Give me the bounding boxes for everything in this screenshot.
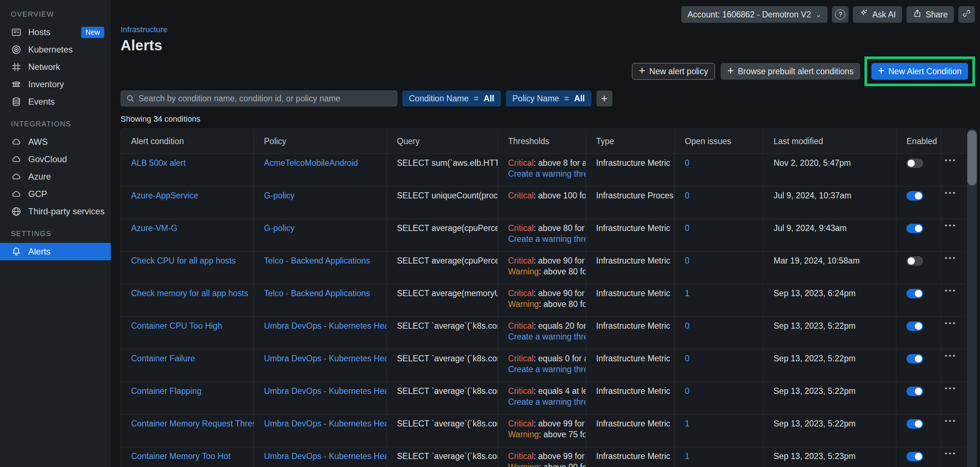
create-warning-threshold-link[interactable]: Create a warning threshol: [508, 234, 585, 244]
new-alert-condition-button[interactable]: + New Alert Condition: [871, 63, 968, 79]
row-actions-button[interactable]: ···: [945, 154, 956, 166]
policy-link[interactable]: Umbra DevOps - Kubernetes Health: [264, 354, 387, 363]
table-row: Check CPU for all app hosts Telco - Back…: [121, 251, 966, 284]
row-actions-button[interactable]: ···: [945, 448, 956, 459]
enabled-toggle[interactable]: [907, 419, 923, 429]
enabled-toggle[interactable]: [907, 224, 923, 233]
create-warning-threshold-link[interactable]: Create a warning threshol: [508, 365, 585, 374]
new-alert-policy-button[interactable]: + New alert policy: [632, 63, 715, 79]
policy-link[interactable]: Umbra DevOps - Kubernetes Health: [264, 451, 387, 461]
open-issues-link[interactable]: 0: [685, 386, 690, 396]
policy-link[interactable]: AcmeTelcoMobileAndroid: [264, 158, 358, 168]
chevron-down-icon: ⌄: [816, 10, 822, 19]
open-issues-link[interactable]: 1: [685, 289, 690, 298]
row-actions-button[interactable]: ···: [945, 382, 956, 394]
sidebar-item-network[interactable]: Network: [0, 58, 111, 76]
sidebar-item-events[interactable]: Events: [0, 93, 111, 110]
thresholds-cell: Critical: above 90 for at le Warning: ab…: [498, 284, 585, 316]
search-input[interactable]: [138, 94, 392, 103]
table-row: ALB 500x alert AcmeTelcoMobileAndroid SE…: [121, 154, 966, 186]
condition-name-link[interactable]: ALB 500x alert: [131, 158, 186, 168]
condition-name-link[interactable]: Check memory for all app hosts: [131, 289, 248, 298]
sidebar-item-gcp[interactable]: GCP: [0, 185, 111, 203]
policy-link[interactable]: G-policy: [264, 223, 294, 233]
row-actions-button[interactable]: ···: [945, 284, 956, 297]
policy-link[interactable]: Umbra DevOps - Kubernetes Health: [264, 386, 387, 396]
policy-link[interactable]: Telco - Backend Applications: [264, 289, 370, 298]
policy-link[interactable]: Umbra DevOps - Kubernetes Health: [264, 419, 387, 428]
sidebar-item-third-party-services[interactable]: Third-party services: [0, 203, 111, 220]
ask-ai-button[interactable]: Ask AI: [853, 6, 902, 23]
thresholds-cell: Critical: above 80 for at le Create a wa…: [498, 219, 585, 251]
enabled-toggle[interactable]: [907, 452, 923, 461]
create-warning-threshold-link[interactable]: Create a warning threshol: [508, 169, 585, 178]
link-icon: [962, 9, 971, 20]
cloud-icon: [11, 137, 22, 147]
open-issues-link[interactable]: 1: [685, 451, 690, 461]
open-issues-link[interactable]: 0: [685, 354, 690, 363]
filter-chip-condition-name[interactable]: Condition Name=All: [402, 91, 501, 106]
open-issues-link[interactable]: 0: [685, 256, 690, 265]
query-cell: SELECT `average`(`k8s.con...: [387, 317, 498, 349]
account-dropdown[interactable]: Account: 1606862 - Demotron V2 ⌄: [681, 6, 827, 23]
create-warning-threshold-link[interactable]: Create a warning threshol: [508, 397, 585, 407]
policy-link[interactable]: Telco - Backend Applications: [264, 256, 370, 265]
events-icon: [11, 96, 22, 107]
breadcrumb[interactable]: Infrastructure: [121, 25, 168, 34]
open-issues-link[interactable]: 0: [685, 158, 690, 168]
open-issues-link[interactable]: 0: [685, 223, 690, 233]
sidebar-item-alerts[interactable]: Alerts: [0, 243, 111, 260]
sidebar-item-inventory[interactable]: Inventory: [0, 76, 111, 93]
enabled-toggle[interactable]: [907, 387, 923, 396]
policy-link[interactable]: G-policy: [264, 191, 294, 200]
content: Infrastructure Alerts + New alert policy…: [111, 23, 980, 467]
row-actions-button[interactable]: ···: [945, 252, 956, 264]
open-issues-link[interactable]: 0: [685, 191, 690, 200]
help-button[interactable]: ?: [832, 6, 848, 23]
filter-chip-policy-name[interactable]: Policy Name=All: [506, 91, 592, 106]
add-filter-button[interactable]: +: [597, 91, 612, 106]
condition-name-link[interactable]: Azure-VM-G: [131, 223, 177, 233]
thresholds-cell: Critical: equals 0 for at lea Create a w…: [498, 349, 585, 381]
open-issues-link[interactable]: 0: [685, 321, 690, 330]
condition-name-link[interactable]: Azure-AppService: [131, 191, 198, 200]
condition-name-link[interactable]: Container Memory Request Thresh...: [131, 419, 253, 428]
type-cell: Infrastructure Metric: [585, 317, 675, 349]
sidebar-item-hosts[interactable]: HostsNew: [0, 24, 111, 41]
permalink-button[interactable]: [958, 6, 975, 23]
browse-prebuilt-conditions-button[interactable]: + Browse prebuilt alert conditions: [721, 63, 860, 79]
condition-name-link[interactable]: Container Flapping: [131, 386, 201, 396]
thresholds-cell: Critical: equals 4 at least o Create a w…: [498, 382, 585, 414]
sidebar-item-aws[interactable]: AWS: [0, 133, 111, 151]
enabled-toggle[interactable]: [907, 191, 923, 200]
share-button[interactable]: Share: [907, 6, 954, 23]
sidebar-item-kubernetes[interactable]: Kubernetes: [0, 41, 111, 58]
open-issues-link[interactable]: 1: [685, 419, 690, 428]
enabled-toggle[interactable]: [907, 289, 923, 298]
row-actions-button[interactable]: ···: [945, 317, 956, 329]
condition-name-link[interactable]: Container Memory Too Hot: [131, 451, 230, 461]
enabled-toggle[interactable]: [907, 354, 923, 364]
row-actions-button[interactable]: ···: [945, 415, 956, 427]
last-modified-cell: Sep 13, 2023, 5:22pm: [763, 415, 896, 447]
policy-link[interactable]: Umbra DevOps - Kubernetes Health: [264, 321, 387, 330]
condition-name-link[interactable]: Container CPU Too High: [131, 321, 222, 330]
row-actions-button[interactable]: ···: [945, 187, 956, 199]
table-row: Azure-VM-G G-policy SELECT average(cpuPe…: [121, 219, 966, 251]
scrollbar-thumb[interactable]: [967, 130, 977, 185]
table-row: Container Flapping Umbra DevOps - Kubern…: [121, 381, 966, 414]
condition-name-link[interactable]: Container Failure: [131, 354, 195, 363]
sidebar-item-azure[interactable]: Azure: [0, 168, 111, 185]
enabled-toggle[interactable]: [907, 159, 923, 168]
ask-ai-label: Ask AI: [872, 10, 896, 19]
row-actions-button[interactable]: ···: [945, 350, 956, 362]
create-warning-threshold-link[interactable]: Create a warning threshol: [508, 332, 585, 342]
enabled-toggle[interactable]: [907, 321, 923, 331]
sidebar-item-govcloud[interactable]: GovCloud: [0, 151, 111, 168]
last-modified-cell: Sep 13, 2023, 5:22pm: [763, 382, 896, 414]
column-header-alert-condition: Alert condition: [121, 129, 253, 154]
enabled-toggle[interactable]: [907, 256, 923, 266]
row-actions-button[interactable]: ···: [945, 219, 956, 231]
condition-name-link[interactable]: Check CPU for all app hosts: [131, 256, 236, 265]
critical-threshold-label: Critical: [508, 354, 533, 363]
